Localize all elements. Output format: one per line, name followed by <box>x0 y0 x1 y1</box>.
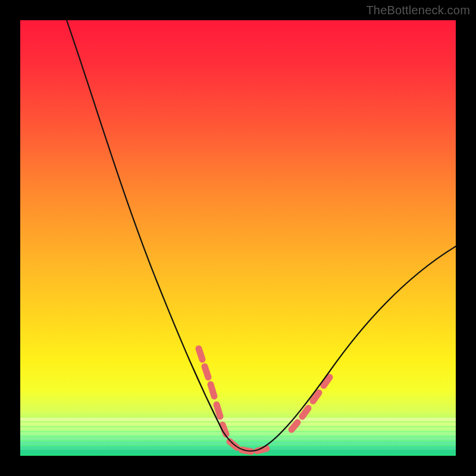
marker-right-shoulder <box>292 377 330 430</box>
curve-svg <box>20 20 456 456</box>
bottleneck-curve <box>67 20 456 451</box>
marker-valley-floor <box>230 441 267 452</box>
watermark-text: TheBottleneck.com <box>366 4 470 17</box>
plot-area <box>20 20 456 456</box>
chart-stage: TheBottleneck.com <box>0 0 476 476</box>
marker-left-shoulder <box>199 349 226 434</box>
